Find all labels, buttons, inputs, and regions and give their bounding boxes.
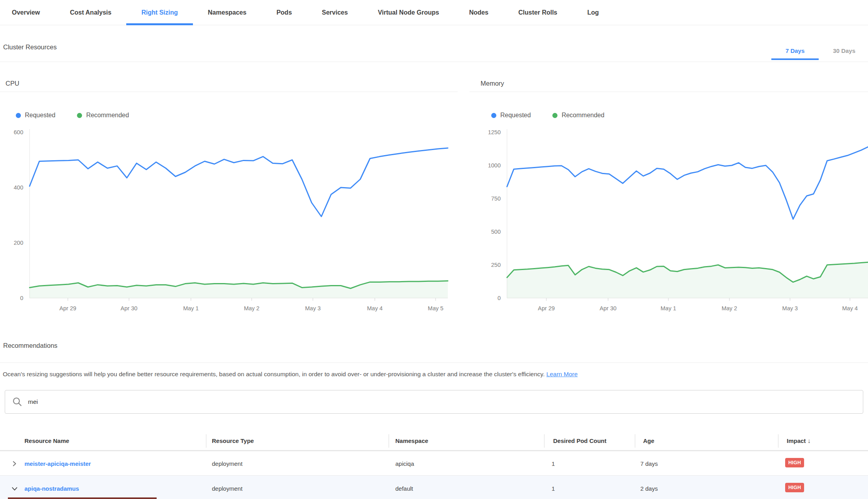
namespace-cell: apiciqa [395,460,414,467]
cluster-resources-title: Cluster Resources [3,43,57,51]
requested-dot-icon [491,113,496,118]
svg-text:May 2: May 2 [722,305,737,311]
desired-pod-count-cell: 1 [552,460,555,467]
table-row[interactable]: meister-apiciqa-meister deployment apici… [0,451,868,475]
svg-text:May 1: May 1 [660,305,676,311]
svg-text:1250: 1250 [488,129,501,135]
memory-legend: Requested Recommended [491,112,604,119]
cpu-legend-recommended: Recommended [77,112,129,119]
column-divider [206,434,206,448]
tab-virtual-node-groups[interactable]: Virtual Node Groups [363,0,454,25]
table-header: Resource Name Resource Type Namespace De… [0,433,868,450]
tab-services[interactable]: Services [307,0,363,25]
cpu-legend-requested: Requested [16,112,55,119]
table-row[interactable]: apiqa-nostradamus deployment default 1 2… [0,476,868,499]
svg-text:May 2: May 2 [244,305,260,311]
svg-text:Apr 29: Apr 29 [60,305,77,311]
svg-text:400: 400 [14,184,23,191]
column-header-age[interactable]: Age [643,437,654,444]
memory-chart: 025050075010001250Apr 29Apr 30May 1May 2… [481,128,868,315]
desired-pod-count-cell: 1 [552,485,555,492]
tab-overview[interactable]: Overview [0,0,55,25]
tab-cost-analysis[interactable]: Cost Analysis [55,0,126,25]
tab-right-sizing[interactable]: Right Sizing [126,0,193,25]
svg-text:200: 200 [14,240,23,246]
section-divider [0,62,868,62]
namespace-cell: default [395,485,413,492]
tab-nodes[interactable]: Nodes [454,0,503,25]
column-divider [778,434,778,448]
memory-title-divider [470,92,868,92]
period-toggle: 7 Days 30 Days [771,41,863,60]
svg-text:Apr 29: Apr 29 [538,305,555,311]
cpu-chart-title: CPU [6,80,19,87]
chevron-right-icon[interactable] [11,460,18,467]
column-divider [635,434,635,448]
period-7-days[interactable]: 7 Days [771,41,819,60]
period-30-days[interactable]: 30 Days [825,41,863,60]
svg-text:May 4: May 4 [367,305,383,311]
memory-legend-requested: Requested [491,112,531,119]
svg-text:250: 250 [491,262,501,268]
svg-text:May 3: May 3 [305,305,321,311]
resource-type-cell: deployment [212,460,243,467]
svg-text:750: 750 [491,195,501,202]
tab-log[interactable]: Log [572,0,614,25]
column-header-impact[interactable]: Impact ↓ [787,437,811,445]
requested-dot-icon [16,113,21,118]
cpu-chart: 0200400600Apr 29Apr 30May 1May 2May 3May… [0,128,460,315]
right-sizing-page: Overview Cost Analysis Right Sizing Name… [0,0,868,499]
impact-high-badge: HIGH [785,458,804,467]
column-header-resource-name[interactable]: Resource Name [24,437,69,444]
svg-text:May 1: May 1 [183,305,199,311]
resource-name-link[interactable]: apiqa-nostradamus [24,485,79,492]
svg-text:May 5: May 5 [428,305,443,311]
tab-pods[interactable]: Pods [262,0,307,25]
column-header-resource-type[interactable]: Resource Type [212,437,254,444]
chevron-down-icon[interactable] [11,485,18,492]
tab-bar: Overview Cost Analysis Right Sizing Name… [0,0,868,25]
recommended-dot-icon [77,113,82,118]
recommendations-title: Recommendations [3,342,58,349]
svg-text:May 4: May 4 [842,305,858,311]
recommendations-description: Ocean's resizing suggestions will help y… [3,370,863,379]
cpu-title-divider [0,92,458,92]
svg-text:Apr 30: Apr 30 [121,305,138,311]
column-divider [544,434,544,448]
age-cell: 2 days [640,485,658,492]
resource-type-cell: deployment [212,485,243,492]
search-box [5,390,863,414]
tab-cluster-rolls[interactable]: Cluster Rolls [503,0,572,25]
sort-desc-icon[interactable]: ↓ [808,437,811,444]
memory-chart-title: Memory [481,80,504,87]
cpu-legend: Requested Recommended [16,112,129,119]
expanded-row-accent [8,497,157,499]
svg-text:0: 0 [20,295,23,301]
recommended-dot-icon [552,113,557,118]
age-cell: 7 days [640,460,658,467]
svg-text:Apr 30: Apr 30 [600,305,617,311]
impact-high-badge: HIGH [785,483,804,492]
search-input[interactable] [27,398,863,406]
column-header-namespace[interactable]: Namespace [395,437,428,444]
svg-text:May 3: May 3 [782,305,798,311]
svg-text:1000: 1000 [488,162,501,169]
tab-namespaces[interactable]: Namespaces [193,0,262,25]
svg-text:0: 0 [498,295,501,301]
svg-text:500: 500 [491,229,501,235]
column-header-desired-pod-count[interactable]: Desired Pod Count [553,437,606,444]
recommendations-divider [0,362,868,363]
svg-text:600: 600 [14,129,23,135]
memory-legend-recommended: Recommended [552,112,604,119]
search-icon [12,397,22,407]
resource-name-link[interactable]: meister-apiciqa-meister [24,460,91,467]
learn-more-link[interactable]: Learn More [546,371,578,377]
column-divider [389,434,389,448]
